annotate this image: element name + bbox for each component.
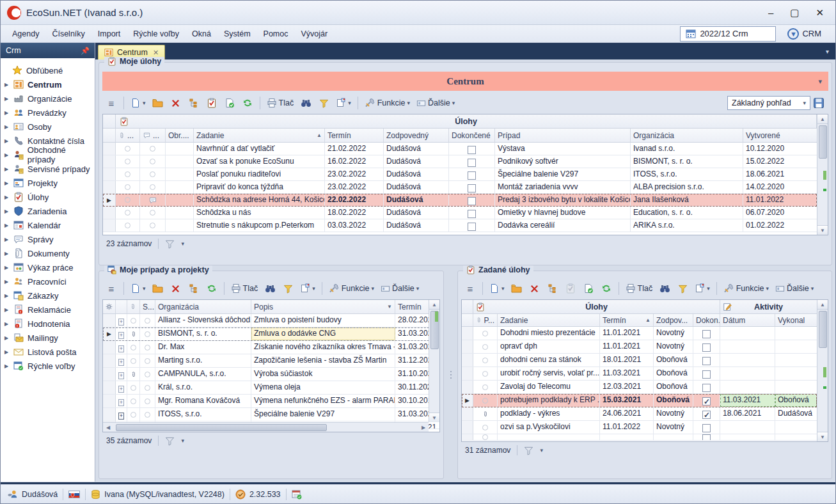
grid-menu-icon[interactable]: ≡ [462,281,478,296]
filter-button[interactable] [316,95,331,111]
sidebar-item-dokumenty[interactable]: ▶ Dokumenty [1,246,95,260]
save-view-icon[interactable] [813,97,824,109]
done-checkbox[interactable] [702,397,711,406]
table-row[interactable]: + Mgr. Romana KováčováVýmena nefunkčného… [103,395,440,408]
table-row[interactable] [462,434,817,441]
col-pripad[interactable]: Prípad [495,129,631,142]
sidebar-item-osoby[interactable]: ▶ Osoby [1,120,95,134]
menu-import[interactable]: Import [91,27,127,41]
validate-button[interactable] [581,281,596,296]
centrum-banner[interactable]: Centrum ▾ [102,72,828,91]
search-button[interactable] [657,281,672,296]
refresh-button[interactable] [599,281,614,296]
done-checkbox[interactable] [468,223,476,231]
hierarchy-button[interactable] [186,95,201,111]
sidebar-item-hodnotenia[interactable]: ▶ ! Hodnotenia [1,317,95,331]
col-termin[interactable]: Termín [325,129,384,142]
col-termin[interactable]: Termín [395,300,430,313]
tab-close-icon[interactable]: ✕ [153,49,159,57]
done-checkbox[interactable] [702,384,711,392]
crm-button[interactable]: ▼ CRM [782,27,826,41]
delete-button[interactable] [168,281,184,296]
search-button[interactable] [298,95,313,111]
footer-filter-icon[interactable] [524,446,533,455]
print-button[interactable]: Tlač [229,281,260,296]
close-icon[interactable]: ✕ [816,7,824,19]
vertical-scrollbar[interactable]: ▲ ▼ [429,300,439,422]
more-button[interactable]: Ďalšie▾ [414,95,457,111]
table-row[interactable]: podklady - výkres24.06.2021Novotný 18.06… [462,407,817,421]
menu-ciselniky[interactable]: Číselníky [45,27,91,41]
sidebar-item-obchodne-pripady[interactable]: ▶ Obchodné prípady [1,148,95,162]
table-row[interactable]: + Král, s.r.o.Výmena oleja30.11.2021 [103,381,440,395]
sidebar-item-ulohy[interactable]: ▶ Úlohy [1,190,95,204]
sidebar-item-spravy[interactable]: ▶ Správy [1,232,95,246]
grid-menu-icon[interactable]: ≡ [104,281,119,296]
done-checkbox[interactable] [468,210,476,218]
hierarchy-button[interactable] [545,281,560,296]
col-organizacia[interactable]: Organizácia [631,129,743,142]
table-row[interactable]: Poslať ponuku riaditeľovi23.02.2022Dudáš… [103,168,817,181]
done-checkbox[interactable] [702,424,711,432]
banner-caret-icon[interactable]: ▾ [818,77,822,86]
col-datum[interactable]: Dátum [720,314,775,326]
open-button[interactable] [150,281,166,296]
functions-button[interactable]: Funkcie▾ [363,95,412,111]
menu-rychle-volby[interactable]: Rýchle voľby [127,27,185,41]
done-checkbox[interactable] [468,184,476,193]
grid-menu-icon[interactable]: ≡ [104,95,119,111]
panel-splitter[interactable] [449,271,452,479]
search-button[interactable] [262,281,278,296]
table-row[interactable]: + ITOSS, s.r.o.Špeciálne balenie V29731.… [103,408,440,421]
layout-button[interactable]: ▾ [298,281,317,296]
menu-pomoc[interactable]: Pomoc [257,27,295,41]
col-termin[interactable]: Termín▲ [600,314,654,326]
col-attachment[interactable] [127,300,140,313]
print-button[interactable]: Tlač [624,281,655,296]
refresh-button[interactable] [240,95,255,111]
open-button[interactable] [509,281,524,296]
validate-button[interactable] [222,95,237,111]
done-checkbox[interactable] [702,343,711,352]
sidebar-item-kalendar[interactable]: ▶ Kalendár [1,218,95,232]
menu-agendy[interactable]: Agendy [6,27,45,41]
col-zodpov[interactable]: Zodpov... [654,314,693,326]
period-field[interactable]: 2022/12 Crm [680,26,776,42]
col-attachment[interactable]: ... [116,129,140,142]
filter-button[interactable] [280,281,296,296]
table-row[interactable]: + Dr. MaxZískanie nového zíkazníka okres… [103,341,440,354]
filter-caret-icon[interactable]: ▾ [181,437,184,444]
table-row-selected[interactable]: ▶+ BISMONT, s. r. o.Zmluva o dodávke CNG… [103,327,440,341]
col-s[interactable]: S... [140,300,155,313]
sidebar-item-projekty[interactable]: ▶ Projekty [1,176,95,190]
sidebar-item-centrum[interactable]: ▶ Centrum [1,77,95,91]
new-record-button[interactable]: ▾ [487,281,507,296]
more-button[interactable]: Ďalšie▾ [773,281,816,296]
sidebar-item-prevadzky[interactable]: ▶ Prevádzky [1,106,95,120]
sidebar-item-mailingy[interactable]: ▶ Mailingy [1,331,95,345]
table-row[interactable]: Ozvať sa k ponuke EcoSunu16.02.2022Dudáš… [103,155,817,168]
col-note[interactable]: ... [140,129,166,142]
sidebar-item-reklamacie[interactable]: ▶ ! Reklamácie [1,303,95,317]
vertical-scrollbar[interactable]: ▲ ▼ [817,300,828,441]
sidebar-item-pracovnici[interactable]: ▶ Pracovníci [1,274,95,288]
layout-button[interactable]: ▾ [334,95,353,111]
footer-filter-icon[interactable] [165,239,175,249]
table-row[interactable]: Navrhnúť a dať vytlačiť21.02.2022Dudášov… [103,143,817,155]
layout-button[interactable]: ▾ [693,281,712,296]
status-calendar[interactable] [292,489,302,500]
pin-icon[interactable]: 📌 [81,47,90,55]
sidebar-item-listova-posta[interactable]: ▶ Listová pošta [1,345,95,359]
tasks-button[interactable] [204,95,219,111]
maximize-icon[interactable]: ▢ [790,7,799,19]
refresh-button[interactable] [204,281,219,296]
horizontal-scrollbar[interactable]: ◀ ▶ [103,422,429,432]
table-row[interactable]: Stretnutie s nákupcom p.Peterkom03.03.20… [103,219,817,232]
col-vytvorene[interactable]: Vytvorené [743,129,808,142]
expander-icon[interactable]: ▶ [4,82,10,88]
table-row[interactable]: urobiť ročný servis, volať pr...11.03.20… [462,367,817,381]
table-row[interactable]: ozvi sa p.Vyskočilovi11.01.2022Novotný [462,421,817,434]
done-checkbox[interactable] [468,159,476,167]
col-dokoncene[interactable]: Dokončené [449,129,495,142]
done-checkbox[interactable] [702,357,711,365]
